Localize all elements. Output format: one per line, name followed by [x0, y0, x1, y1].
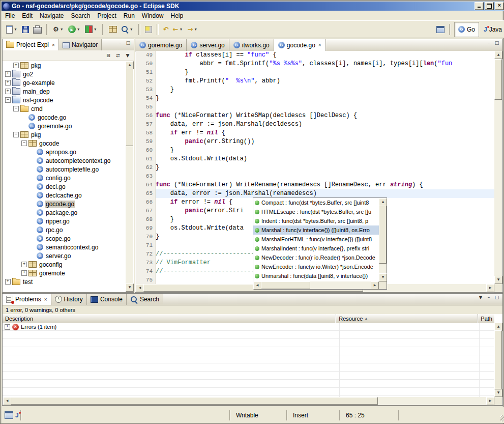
line-number[interactable]: 60 — [136, 146, 156, 155]
tree-item-go2[interactable]: +go2 — [3, 70, 126, 78]
view-menu-button[interactable]: ▼ — [477, 294, 485, 301]
tab-project-explorer[interactable]: Project Expl × — [3, 39, 59, 50]
line-number[interactable]: 67 — [136, 207, 156, 215]
scroll-down-button[interactable]: ▼ — [379, 273, 387, 281]
line-number[interactable]: 65 — [136, 189, 156, 198]
line-number[interactable]: 51 — [136, 68, 156, 77]
code-line-text[interactable]: os.Stdout.Write(data) — [156, 155, 494, 163]
line-number[interactable]: 58 — [136, 129, 156, 137]
run-button[interactable]: ▶▾ — [67, 23, 82, 36]
tree-scrollbar[interactable]: ▲ ▼ — [126, 61, 133, 292]
tree-item-decl.go[interactable]: decl.go — [3, 182, 126, 191]
editor-tab-goremote.go[interactable]: goremote.go — [135, 39, 187, 51]
collapse-icon[interactable]: − — [13, 106, 19, 111]
link-with-editor-button[interactable]: ⇄ — [114, 52, 122, 60]
menu-project[interactable]: Project — [94, 11, 120, 20]
line-number[interactable]: 52 — [136, 77, 156, 86]
code-line-text[interactable]: } — [156, 146, 494, 155]
scroll-right-button[interactable]: ▶ — [486, 284, 494, 292]
code-line-text[interactable]: abbr = fmt.Sprintf("%s %s%s", classes[i]… — [156, 60, 494, 68]
code-line-text[interactable]: if err != nil { — [156, 129, 494, 137]
chevron-down-icon[interactable]: ▾ — [13, 27, 18, 32]
scrollbar-thumb[interactable] — [126, 69, 133, 146]
fast-view-icon[interactable] — [5, 411, 13, 419]
minimize-view-button[interactable]: – — [485, 294, 493, 301]
maximize-view-button[interactable]: □ — [124, 39, 132, 47]
popup-vertical-scrollbar[interactable]: ▲ ▼ — [379, 198, 387, 281]
code-line-text[interactable]: func (*NiceFormatter) WriteRename(rename… — [156, 181, 494, 189]
column-resource[interactable]: Resource▲ — [336, 314, 478, 323]
tree-item-server.go[interactable]: server.go — [3, 251, 126, 260]
tree-item-rpc.go[interactable]: rpc.go — [3, 225, 126, 234]
expand-icon[interactable]: + — [21, 262, 27, 267]
line-number[interactable]: 71 — [136, 241, 156, 250]
popup-horizontal-scrollbar[interactable]: ◀ ▶ — [253, 281, 379, 289]
line-number[interactable]: 64 — [136, 181, 156, 189]
expand-icon[interactable]: + — [21, 270, 27, 276]
tree-item-goremote[interactable]: +goremote — [3, 269, 126, 277]
autocomplete-item[interactable]: NewEncoder : func(w io.Writer) *json.Enc… — [253, 262, 379, 271]
expand-icon[interactable]: + — [13, 63, 19, 68]
line-number[interactable]: 50 — [136, 60, 156, 68]
tab-problems[interactable]: Problems× — [3, 294, 51, 305]
collapse-icon[interactable]: − — [5, 97, 11, 103]
tree-item-gocode.go[interactable]: gocode.go — [3, 200, 126, 208]
forward-button[interactable]: →▾ — [186, 23, 199, 36]
menu-window[interactable]: Window — [138, 11, 167, 20]
maximize-window-button[interactable] — [485, 2, 494, 10]
tree-item-scope.go[interactable]: scope.go — [3, 234, 126, 243]
java-perspective-button[interactable]: JJava — [480, 22, 504, 37]
menu-help[interactable]: Help — [167, 11, 187, 20]
search-button[interactable]: ▾ — [120, 23, 135, 36]
expand-icon[interactable]: + — [5, 324, 10, 330]
external-tools-button[interactable]: ⚙▾ — [51, 23, 66, 36]
open-perspective-button[interactable] — [435, 23, 446, 36]
autocomplete-item[interactable]: Unmarshal : func(data []uint8, v interfa… — [253, 271, 379, 280]
code-line-text[interactable]: if classes[i] == "func" { — [156, 51, 494, 60]
tree-item-declcache.go[interactable]: declcache.go — [3, 191, 126, 200]
title-bar[interactable]: Go - nsf-gocode/src/pkg/gocode/gocode.go… — [2, 2, 504, 11]
line-number[interactable]: 68 — [136, 215, 156, 224]
scroll-left-button[interactable]: ◀ — [136, 284, 144, 292]
problems-row-errors[interactable]: + Errors (1 item) — [3, 323, 495, 331]
maximize-editor-button[interactable]: □ — [493, 39, 501, 47]
autocomplete-item[interactable]: MarshalForHTML : func(v interface{}) ([]… — [253, 235, 379, 244]
tree-item-apropos.go[interactable]: apropos.go — [3, 148, 126, 156]
autocomplete-item[interactable]: Compact : func(dst *bytes.Buffer, src []… — [253, 198, 379, 207]
maximize-view-button[interactable]: □ — [493, 294, 501, 301]
scroll-left-button[interactable]: ◀ — [253, 281, 261, 290]
last-edit-location-button[interactable]: ↶ — [162, 23, 170, 36]
chevron-down-icon[interactable]: ▾ — [76, 27, 81, 32]
editor-tab-itworks.go[interactable]: itworks.go — [229, 39, 274, 51]
minimize-view-button[interactable]: – — [116, 39, 124, 47]
line-number[interactable]: 49 — [136, 51, 156, 60]
code-line-text[interactable]: fmt.Printf(" %s\n", abbr) — [156, 77, 494, 86]
collapse-all-button[interactable]: ⊟ — [104, 52, 112, 60]
line-number[interactable]: 69 — [136, 224, 156, 233]
line-number[interactable]: 66 — [136, 198, 156, 207]
editor-tab-server.go[interactable]: server.go — [187, 39, 229, 51]
line-number[interactable]: 56 — [136, 111, 156, 120]
expand-icon[interactable]: + — [5, 279, 11, 285]
tree-item-pkg[interactable]: −pkg — [3, 130, 126, 139]
back-button[interactable]: ←▾ — [171, 23, 185, 36]
line-number[interactable]: 59 — [136, 137, 156, 146]
menu-search[interactable]: Search — [67, 11, 94, 20]
line-number[interactable]: 63 — [136, 172, 156, 181]
code-line-text[interactable]: } — [156, 68, 494, 77]
line-number[interactable]: 62 — [136, 163, 156, 172]
close-tab-icon[interactable]: × — [43, 297, 47, 302]
problems-horizontal-scrollbar[interactable]: ◀ ▶ — [3, 397, 494, 405]
tree-item-nsf-gocode[interactable]: −nsf-gocode — [3, 96, 126, 104]
line-number[interactable]: 55 — [136, 103, 156, 111]
problems-vertical-scrollbar[interactable]: ▲ ▼ — [494, 323, 502, 397]
tree-item-goremote.go[interactable]: goremote.go — [3, 122, 126, 130]
tab-history[interactable]: History — [51, 294, 87, 305]
code-line-text[interactable]: data, err := json.Marshal(decldescs) — [156, 120, 494, 129]
mark-occurrences-button[interactable] — [143, 23, 154, 36]
print-button[interactable] — [32, 23, 43, 36]
autocomplete-item[interactable]: Marshal : func(v interface{}) ([]uint8, … — [253, 225, 379, 235]
tree-item-go-example[interactable]: +go-example — [3, 78, 126, 87]
tree-item-main_dep[interactable]: +main_dep — [3, 87, 126, 96]
column-description[interactable]: Description — [3, 314, 336, 323]
